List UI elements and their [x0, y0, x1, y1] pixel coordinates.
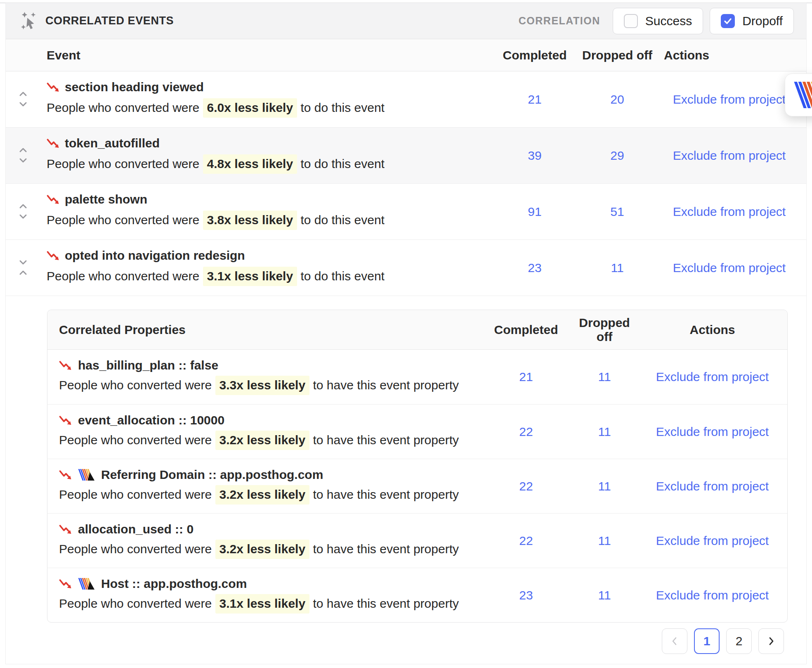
- events-table-header: Event Completed Dropped off Actions: [6, 39, 806, 71]
- column-header-correlated-properties: Correlated Properties: [47, 323, 481, 337]
- trend-down-icon: [59, 578, 72, 589]
- column-header-completed: Completed: [487, 48, 582, 62]
- completed-count-link[interactable]: 39: [487, 149, 582, 163]
- odds-multiplier: 3.3x less likely: [215, 376, 310, 395]
- dropped-off-count-link[interactable]: 20: [582, 92, 652, 107]
- success-toggle-button[interactable]: Success: [613, 8, 703, 34]
- reorder-down-button[interactable]: [19, 260, 28, 266]
- property-correlation-description: People who converted were 3.3x less like…: [59, 378, 481, 392]
- reorder-up-button[interactable]: [19, 91, 28, 97]
- property-row: Host :: app.posthog.com People who conve…: [47, 568, 787, 622]
- reorder-up-button[interactable]: [19, 270, 28, 276]
- correlation-label: CORRELATION: [519, 15, 600, 27]
- dropped-off-count-link[interactable]: 11: [571, 479, 637, 493]
- odds-multiplier: 3.2x less likely: [215, 540, 310, 559]
- magic-cursor-icon: [20, 12, 39, 31]
- posthog-logo-icon: [78, 578, 95, 590]
- property-row: Referring Domain :: app.posthog.com Peop…: [47, 459, 787, 513]
- completed-count-link[interactable]: 21: [487, 92, 582, 107]
- reorder-up-button[interactable]: [19, 147, 28, 154]
- event-correlation-description: People who converted were 3.8x less like…: [47, 213, 487, 227]
- property-name: has_billing_plan :: false: [78, 358, 218, 372]
- page-1-button[interactable]: 1: [694, 628, 720, 654]
- completed-count-link[interactable]: 22: [481, 479, 571, 493]
- correlated-properties-table: Correlated Properties Completed Dropped …: [47, 310, 788, 623]
- completed-count-link[interactable]: 22: [481, 534, 571, 548]
- exclude-from-project-link[interactable]: Exclude from project: [637, 588, 787, 602]
- trend-down-icon: [47, 194, 60, 205]
- page-2-button[interactable]: 2: [726, 628, 752, 654]
- dropoff-toggle-button[interactable]: Dropoff: [710, 8, 794, 34]
- reorder-down-button[interactable]: [19, 214, 28, 220]
- column-header-event: Event: [40, 48, 487, 62]
- exclude-from-project-link[interactable]: Exclude from project: [637, 370, 787, 384]
- event-name: palette shown: [65, 192, 147, 206]
- reorder-down-button[interactable]: [19, 158, 28, 164]
- column-header-actions: Actions: [652, 48, 806, 62]
- trend-down-icon: [59, 524, 72, 535]
- odds-multiplier: 3.8x less likely: [203, 211, 297, 230]
- exclude-from-project-link[interactable]: Exclude from project: [652, 261, 806, 275]
- property-row: event_allocation :: 10000 People who con…: [47, 404, 787, 459]
- pagination: 1 2: [662, 628, 784, 654]
- posthog-toolbar-overlay[interactable]: [785, 73, 812, 116]
- event-correlation-description: People who converted were 3.1x less like…: [47, 269, 487, 283]
- event-correlation-description: People who converted were 4.8x less like…: [47, 157, 487, 171]
- property-correlation-description: People who converted were 3.2x less like…: [59, 542, 481, 556]
- odds-multiplier: 3.1x less likely: [203, 267, 297, 286]
- reorder-up-button[interactable]: [19, 204, 28, 210]
- dropped-off-count-link[interactable]: 11: [571, 370, 637, 384]
- completed-count-link[interactable]: 23: [487, 261, 582, 275]
- next-page-button[interactable]: [758, 628, 784, 654]
- dropoff-checkbox-icon: [721, 14, 735, 28]
- completed-count-link[interactable]: 91: [487, 205, 582, 219]
- completed-count-link[interactable]: 23: [481, 588, 571, 602]
- dropped-off-count-link[interactable]: 11: [571, 588, 637, 602]
- odds-multiplier: 3.2x less likely: [215, 431, 310, 450]
- dropped-off-count-link[interactable]: 51: [582, 205, 652, 219]
- dropped-off-count-link[interactable]: 11: [571, 534, 637, 548]
- exclude-from-project-link[interactable]: Exclude from project: [637, 425, 787, 439]
- posthog-logo-icon: [78, 469, 95, 481]
- trend-down-icon: [47, 250, 60, 261]
- dropped-off-count-link[interactable]: 11: [582, 261, 652, 275]
- odds-multiplier: 6.0x less likely: [203, 98, 297, 118]
- trend-down-icon: [47, 82, 60, 92]
- property-row: allocation_used :: 0 People who converte…: [47, 513, 787, 568]
- column-header-actions: Actions: [637, 323, 787, 337]
- trend-down-icon: [59, 415, 72, 426]
- exclude-from-project-link[interactable]: Exclude from project: [637, 479, 787, 493]
- dropped-off-count-link[interactable]: 29: [582, 149, 652, 163]
- properties-table-header: Correlated Properties Completed Dropped …: [47, 310, 787, 350]
- exclude-from-project-link[interactable]: Exclude from project: [652, 92, 806, 107]
- dropped-off-count-link[interactable]: 11: [571, 425, 637, 439]
- correlation-container: CORRELATED EVENTS CORRELATION Success Dr…: [5, 3, 807, 664]
- property-row: has_billing_plan :: false People who con…: [47, 350, 787, 404]
- completed-count-link[interactable]: 22: [481, 425, 571, 439]
- trend-down-icon: [59, 360, 72, 371]
- exclude-from-project-link[interactable]: Exclude from project: [637, 534, 787, 548]
- success-toggle-label: Success: [645, 14, 692, 28]
- event-name: opted into navigation redesign: [65, 249, 245, 263]
- event-row: palette shown People who converted were …: [6, 184, 806, 240]
- reorder-down-button[interactable]: [19, 102, 28, 108]
- property-name: allocation_used :: 0: [78, 522, 194, 536]
- event-row: section heading viewed People who conver…: [6, 71, 806, 128]
- trend-down-icon: [59, 469, 72, 480]
- column-header-dropped-off: Dropped off: [571, 316, 637, 344]
- previous-page-button[interactable]: [662, 628, 687, 654]
- column-header-completed: Completed: [481, 323, 571, 337]
- event-row: token_autofilled People who converted we…: [6, 128, 806, 184]
- exclude-from-project-link[interactable]: Exclude from project: [652, 149, 806, 163]
- odds-multiplier: 3.2x less likely: [215, 485, 310, 505]
- odds-multiplier: 3.1x less likely: [215, 594, 310, 614]
- property-correlation-description: People who converted were 3.2x less like…: [59, 488, 481, 502]
- property-correlation-description: People who converted were 3.2x less like…: [59, 433, 481, 447]
- completed-count-link[interactable]: 21: [481, 370, 571, 384]
- correlated-events-header: CORRELATED EVENTS CORRELATION Success Dr…: [6, 3, 806, 39]
- property-name: event_allocation :: 10000: [78, 413, 224, 427]
- success-checkbox-icon: [624, 14, 638, 28]
- event-correlation-description: People who converted were 6.0x less like…: [47, 101, 487, 115]
- exclude-from-project-link[interactable]: Exclude from project: [652, 205, 806, 219]
- posthog-logo-icon: [793, 82, 812, 108]
